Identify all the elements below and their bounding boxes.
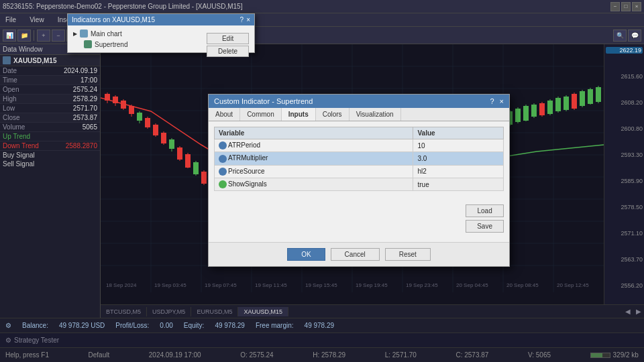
custom-dialog-tabs: About Common Inputs Colors Visualization [209,108,509,121]
custom-dialog-title-bar: Custom Indicator - Supertrend ? × [209,95,509,108]
indicators-dialog-title: Indicators on XAUUSD,M15 [72,16,155,23]
row-icon-showsignals [219,180,227,188]
row-variable: ShowSignals [215,178,413,191]
custom-dialog-body: Variable Value ATRPeriod 10 ATRMultiplie… [209,121,509,242]
row-icon-atrmultiplier [219,155,227,163]
indicators-dialog-title-bar: Indicators on XAUUSD,M15 ? × [68,14,254,25]
reset-button[interactable]: Reset [385,248,431,261]
dialog-overlay: Indicators on XAUUSD,M15 ? × ▶ Main char… [0,0,644,362]
indicators-dialog-controls: ? × [240,16,250,23]
table-row[interactable]: ShowSignals true [215,178,504,191]
row-icon-atrperiod [219,141,227,149]
custom-indicator-dialog[interactable]: Custom Indicator - Supertrend ? × About … [208,94,510,267]
inputs-table: Variable Value ATRPeriod 10 ATRMultiplie… [214,127,504,191]
tree-chart-icon [80,29,88,38]
row-value-showsignals[interactable]: true [413,178,504,191]
row-value-atrmultiplier[interactable]: 3.0 [413,152,504,165]
tab-inputs[interactable]: Inputs [282,108,316,121]
load-save-area: Load Save [466,204,504,233]
indicators-help-button[interactable]: ? [240,16,244,23]
row-variable: PriceSource [215,165,413,178]
ok-button[interactable]: OK [287,248,325,261]
indicators-close-button[interactable]: × [246,16,250,23]
save-button[interactable]: Save [466,220,504,233]
custom-dialog-footer: OK Cancel Reset [209,242,509,266]
row-variable: ATRPeriod [215,139,413,152]
tab-about[interactable]: About [209,108,240,121]
delete-button[interactable]: Delete [207,46,249,57]
tab-common[interactable]: Common [240,108,282,121]
tree-supertrend-label: Supertrend [95,41,127,48]
table-row[interactable]: ATRMultiplier 3.0 [215,152,504,165]
custom-dialog-controls: ? × [490,97,504,105]
tree-arrow-icon: ▶ [73,31,77,37]
custom-dialog-title: Custom Indicator - Supertrend [214,97,313,105]
row-icon-pricesource [219,168,227,176]
row-value-atrperiod[interactable]: 10 [413,139,504,152]
table-row[interactable]: ATRPeriod 10 [215,139,504,152]
indicators-buttons: Edit Delete [204,30,252,60]
tree-indicator-icon [84,40,92,48]
table-row[interactable]: PriceSource hl2 [215,165,504,178]
tab-colors[interactable]: Colors [316,108,350,121]
col-value: Value [413,127,504,139]
tab-visualization[interactable]: Visualization [350,108,401,121]
tree-main-chart-label: Main chart [91,30,122,38]
row-variable: ATRMultiplier [215,152,413,165]
custom-help-button[interactable]: ? [490,97,494,105]
edit-button[interactable]: Edit [207,33,249,44]
load-button[interactable]: Load [466,204,504,217]
row-value-pricesource[interactable]: hl2 [413,165,504,178]
col-variable: Variable [215,127,413,139]
custom-close-button[interactable]: × [500,97,504,105]
cancel-button[interactable]: Cancel [331,248,380,261]
indicators-dialog[interactable]: Indicators on XAUUSD,M15 ? × ▶ Main char… [67,13,255,53]
